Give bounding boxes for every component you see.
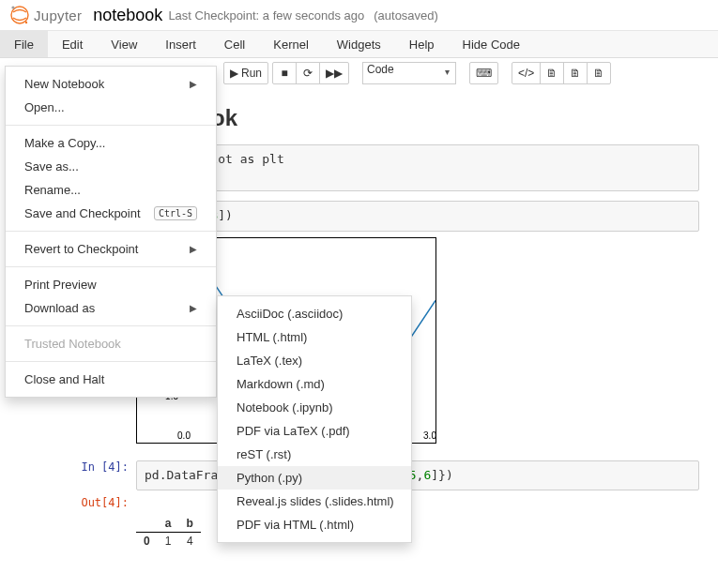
keyboard-icon: ⌨ bbox=[476, 67, 492, 80]
row-idx: 0 bbox=[136, 532, 158, 550]
label: Save as... bbox=[24, 159, 79, 173]
menu-new-notebook[interactable]: New Notebook▶ bbox=[6, 72, 216, 96]
doc-icon: 🗎 bbox=[570, 67, 581, 80]
chevron-right-icon: ▶ bbox=[190, 244, 197, 254]
fast-forward-icon: ▶▶ bbox=[326, 67, 343, 80]
label: Rename... bbox=[24, 183, 81, 197]
download-python[interactable]: Python (.py) bbox=[218, 466, 411, 490]
menu-cell[interactable]: Cell bbox=[210, 31, 259, 57]
cell-type-select[interactable]: Code bbox=[362, 62, 456, 84]
download-rst[interactable]: reST (.rst) bbox=[218, 443, 411, 466]
jupyter-logo[interactable]: Jupyter bbox=[9, 5, 82, 25]
run-button[interactable]: ▶ Run bbox=[223, 62, 268, 84]
file-menu-dropdown: New Notebook▶ Open... Make a Copy... Sav… bbox=[5, 66, 217, 398]
dataframe-table: ab 014 bbox=[136, 515, 201, 550]
menu-insert[interactable]: Insert bbox=[151, 31, 210, 57]
download-as-submenu: AsciiDoc (.asciidoc) HTML (.html) LaTeX … bbox=[217, 295, 412, 543]
menu-save-as[interactable]: Save as... bbox=[6, 155, 216, 178]
menu-trusted: Trusted Notebook bbox=[6, 332, 216, 355]
restart-button[interactable]: ⟳ bbox=[296, 62, 320, 84]
separator bbox=[6, 231, 216, 232]
menu-make-copy[interactable]: Make a Copy... bbox=[6, 131, 216, 155]
col-b: b bbox=[178, 515, 200, 533]
label: Download as bbox=[24, 301, 95, 315]
code2-suffix: ]) bbox=[218, 208, 233, 222]
prompt-out-4: Out[4]: bbox=[52, 496, 136, 509]
label: Revert to Checkpoint bbox=[24, 242, 138, 256]
chevron-right-icon: ▶ bbox=[190, 303, 197, 313]
play-icon: ▶ bbox=[230, 67, 238, 80]
download-latex[interactable]: LaTeX (.tex) bbox=[218, 349, 411, 372]
separator bbox=[6, 266, 216, 267]
menu-view[interactable]: View bbox=[97, 31, 151, 57]
table-row: 014 bbox=[136, 532, 201, 550]
prompt-in-4: In [4]: bbox=[52, 460, 136, 490]
code-box-2[interactable]: t([4,2,1,3]) bbox=[136, 201, 699, 231]
cell-a: 1 bbox=[158, 532, 179, 550]
label: Open... bbox=[24, 100, 65, 114]
col-a: a bbox=[158, 515, 179, 533]
code4-prefix: pd.DataFram bbox=[145, 468, 225, 482]
label: Close and Halt bbox=[24, 372, 104, 386]
restart-icon: ⟳ bbox=[303, 67, 313, 80]
menu-widgets[interactable]: Widgets bbox=[323, 31, 395, 57]
markdown-title[interactable]: notebook bbox=[136, 105, 699, 131]
label: Trusted Notebook bbox=[24, 337, 121, 351]
cell-b: 4 bbox=[178, 532, 200, 550]
menu-open[interactable]: Open... bbox=[6, 96, 216, 119]
separator bbox=[6, 125, 216, 126]
code-icon: </> bbox=[518, 67, 534, 80]
download-notebook[interactable]: Notebook (.ipynb) bbox=[218, 396, 411, 419]
svg-point-0 bbox=[11, 7, 28, 23]
menu-hide-code[interactable]: Hide Code bbox=[449, 31, 534, 57]
svg-point-1 bbox=[11, 6, 14, 8]
menubar: File Edit View Insert Cell Kernel Widget… bbox=[0, 30, 718, 58]
header: Jupyter notebook Last Checkpoint: a few … bbox=[0, 0, 718, 30]
menu-rename[interactable]: Rename... bbox=[6, 178, 216, 202]
jupyter-icon bbox=[9, 5, 30, 25]
shortcut: Ctrl-S bbox=[154, 206, 197, 220]
menu-help[interactable]: Help bbox=[395, 31, 449, 57]
code-button[interactable]: </> bbox=[512, 62, 541, 84]
doc-icon: 🗎 bbox=[593, 67, 604, 80]
label: New Notebook bbox=[24, 77, 104, 91]
command-palette-button[interactable]: ⌨ bbox=[469, 62, 498, 84]
toolbar: ▶ Run ■ ⟳ ▶▶ Code ⌨ </> 🗎 🗎 🗎 bbox=[218, 58, 718, 88]
separator bbox=[6, 325, 216, 326]
doc3-button[interactable]: 🗎 bbox=[587, 62, 611, 84]
menu-revert[interactable]: Revert to Checkpoint▶ bbox=[6, 237, 216, 261]
download-pdf-html[interactable]: PDF via HTML (.html) bbox=[218, 513, 411, 536]
download-html[interactable]: HTML (.html) bbox=[218, 325, 411, 349]
label: Print Preview bbox=[24, 278, 97, 292]
download-asciidoc[interactable]: AsciiDoc (.asciidoc) bbox=[218, 302, 411, 325]
doc-icon: 🗎 bbox=[546, 67, 558, 80]
menu-download-as[interactable]: Download as▶ bbox=[6, 296, 216, 320]
restart-run-all-button[interactable]: ▶▶ bbox=[319, 62, 349, 84]
download-markdown[interactable]: Markdown (.md) bbox=[218, 372, 411, 396]
interrupt-button[interactable]: ■ bbox=[272, 62, 297, 84]
menu-close-halt[interactable]: Close and Halt bbox=[6, 368, 216, 391]
doc1-button[interactable]: 🗎 bbox=[540, 62, 564, 84]
menu-kernel[interactable]: Kernel bbox=[259, 31, 323, 57]
cell-type-label: Code bbox=[367, 63, 394, 76]
menu-file[interactable]: File bbox=[0, 31, 48, 57]
jupyter-logo-text: Jupyter bbox=[34, 8, 82, 23]
download-revealjs[interactable]: Reveal.js slides (.slides.html) bbox=[218, 490, 411, 513]
code-box-1[interactable]: otlib.pyplot as plt das as pd bbox=[136, 144, 699, 191]
menu-print-preview[interactable]: Print Preview bbox=[6, 273, 216, 296]
download-pdf-latex[interactable]: PDF via LaTeX (.pdf) bbox=[218, 419, 411, 443]
xtick: 0.0 bbox=[177, 430, 191, 441]
notebook-name[interactable]: notebook bbox=[93, 6, 162, 25]
chevron-right-icon: ▶ bbox=[190, 79, 197, 89]
stop-icon: ■ bbox=[281, 67, 287, 80]
checkpoint-text: Last Checkpoint: a few seconds ago bbox=[168, 8, 364, 23]
label: Make a Copy... bbox=[24, 136, 105, 150]
menu-edit[interactable]: Edit bbox=[48, 31, 97, 57]
menu-save-checkpoint[interactable]: Save and CheckpointCtrl-S bbox=[6, 202, 216, 225]
svg-point-2 bbox=[25, 22, 27, 23]
xtick: 3.0 bbox=[423, 430, 436, 441]
separator bbox=[6, 361, 216, 362]
doc2-button[interactable]: 🗎 bbox=[563, 62, 588, 84]
label: Save and Checkpoint bbox=[24, 206, 141, 220]
run-label: Run bbox=[241, 67, 262, 80]
